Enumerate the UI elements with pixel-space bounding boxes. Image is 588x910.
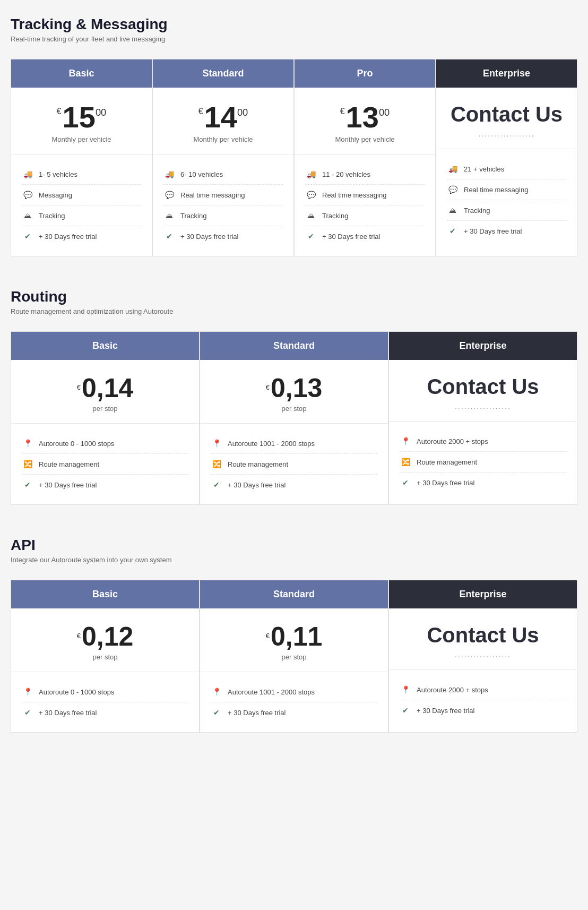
routing-standard-features: 📍 Autoroute 1001 - 2000 stops 🔀 Route ma… (200, 424, 388, 504)
api-enterprise-feature-stops: 📍 Autoroute 2000 + stops (400, 680, 566, 700)
routing-basic-features: 📍 Autoroute 0 - 1000 stops 🔀 Route manag… (11, 424, 199, 504)
tracking-basic-vehicles-text: 1- 5 vehicles (39, 170, 77, 178)
route-icon: 🔀 (211, 458, 222, 470)
tracking-subtitle: Real-time tracking of your fleet and liv… (11, 35, 577, 43)
tracking-standard-features: 🚚 6- 10 vehicles 💬 Real time messaging ⛰… (153, 154, 293, 256)
api-enterprise-price-area: Contact Us .................. (389, 608, 577, 670)
tracking-basic-card: Basic € 15 00 Monthly per vehicle 🚚 1- 5… (11, 59, 152, 256)
routing-enterprise-route-text: Route management (417, 458, 477, 466)
tracking-pro-price-decimal: 00 (379, 107, 390, 123)
api-standard-price-main: 0,11 (271, 623, 322, 650)
routing-plans-grid: Basic € 0,14 per stop 📍 Autoroute 0 - 10… (11, 331, 577, 505)
tracking-enterprise-tracking-text: Tracking (464, 207, 490, 214)
api-enterprise-card: Enterprise Contact Us ..................… (388, 580, 577, 733)
api-basic-stops-text: Autoroute 0 - 1000 stops (39, 688, 114, 696)
tracking-basic-header: Basic (11, 59, 152, 88)
api-enterprise-contact-dots: .................. (400, 650, 566, 659)
tracking-pro-feature-tracking: ⛰ Tracking (305, 205, 425, 226)
routing-enterprise-features: 📍 Autoroute 2000 + stops 🔀 Route managem… (389, 422, 577, 504)
routing-basic-feature-trial: ✔ + 30 Days free trial (22, 475, 188, 495)
api-standard-card: Standard € 0,11 per stop 📍 Autoroute 100… (200, 580, 388, 733)
tracking-pro-price-area: € 13 00 Monthly per vehicle (295, 88, 435, 154)
tracking-enterprise-features: 🚚 21 + vehicles 💬 Real time messaging ⛰ … (436, 149, 577, 256)
tracking-standard-messaging-text: Real time messaging (180, 191, 245, 199)
tracking-section: Tracking & Messaging Real-time tracking … (11, 16, 577, 256)
api-standard-feature-stops: 📍 Autoroute 1001 - 2000 stops (211, 682, 377, 702)
routing-basic-header: Basic (11, 332, 199, 360)
tracking-standard-tracking-text: Tracking (180, 212, 206, 220)
routing-enterprise-feature-stops: 📍 Autoroute 2000 + stops (400, 431, 566, 452)
tracking-basic-price-big: € 15 00 (22, 102, 141, 132)
routing-basic-price-label: per stop (22, 405, 188, 413)
tracking-pro-vehicles-text: 11 - 20 vehicles (322, 170, 370, 178)
mountain-icon: ⛰ (447, 204, 459, 216)
api-basic-price-big: € 0,12 (22, 623, 188, 650)
tracking-standard-vehicles-text: 6- 10 vehicles (180, 170, 223, 178)
routing-basic-price-big: € 0,14 (22, 375, 188, 401)
routing-standard-feature-route: 🔀 Route management (211, 454, 377, 475)
tracking-pro-trial-text: + 30 Days free trial (322, 233, 380, 241)
tracking-pro-feature-vehicles: 🚚 11 - 20 vehicles (305, 164, 425, 185)
mountain-icon: ⛰ (22, 210, 33, 221)
tracking-enterprise-messaging-text: Real time messaging (464, 186, 528, 194)
tracking-pro-name: Pro (357, 68, 373, 79)
api-standard-currency: € (266, 632, 270, 640)
mountain-icon: ⛰ (305, 210, 317, 221)
routing-standard-trial-text: + 30 Days free trial (228, 481, 286, 489)
tracking-standard-name: Standard (202, 68, 244, 79)
check-icon: ✔ (22, 479, 33, 491)
routing-standard-feature-trial: ✔ + 30 Days free trial (211, 475, 377, 495)
tracking-pro-feature-messaging: 💬 Real time messaging (305, 185, 425, 205)
tracking-enterprise-trial-text: + 30 Days free trial (464, 227, 522, 235)
tracking-standard-card: Standard € 14 00 Monthly per vehicle 🚚 6… (152, 59, 294, 256)
api-plans-grid: Basic € 0,12 per stop 📍 Autoroute 0 - 10… (11, 580, 577, 733)
routing-section: Routing Route management and optimizatio… (11, 288, 577, 505)
tracking-basic-feature-tracking: ⛰ Tracking (22, 205, 141, 226)
route-icon: 🔀 (22, 458, 33, 470)
tracking-pro-feature-trial: ✔ + 30 Days free trial (305, 226, 425, 246)
truck-icon: 🚚 (305, 168, 317, 180)
tracking-enterprise-header: Enterprise (436, 59, 577, 88)
routing-basic-trial-text: + 30 Days free trial (39, 481, 97, 489)
tracking-pro-currency: € (340, 107, 345, 116)
page-wrapper: Tracking & Messaging Real-time tracking … (0, 0, 588, 786)
pin-icon: 📍 (211, 437, 222, 449)
tracking-enterprise-feature-trial: ✔ + 30 Days free trial (447, 221, 566, 241)
routing-standard-stops-text: Autoroute 1001 - 2000 stops (228, 440, 315, 448)
tracking-pro-tracking-text: Tracking (322, 212, 348, 220)
check-icon: ✔ (22, 707, 33, 718)
tracking-basic-features: 🚚 1- 5 vehicles 💬 Messaging ⛰ Tracking ✔… (11, 154, 152, 256)
tracking-basic-price-area: € 15 00 Monthly per vehicle (11, 88, 152, 154)
tracking-standard-trial-text: + 30 Days free trial (180, 233, 238, 241)
api-standard-trial-text: + 30 Days free trial (228, 709, 286, 717)
api-enterprise-header: Enterprise (389, 580, 577, 608)
check-icon: ✔ (400, 705, 411, 716)
tracking-enterprise-card: Enterprise Contact Us ..................… (436, 59, 577, 256)
tracking-basic-feature-messaging: 💬 Messaging (22, 185, 141, 205)
routing-standard-price-area: € 0,13 per stop (200, 360, 388, 424)
api-basic-price-label: per stop (22, 653, 188, 661)
api-enterprise-trial-text: + 30 Days free trial (417, 707, 474, 715)
routing-basic-currency: € (77, 383, 81, 391)
routing-enterprise-header: Enterprise (389, 332, 577, 360)
tracking-basic-name: Basic (68, 68, 94, 79)
tracking-standard-feature-vehicles: 🚚 6- 10 vehicles (163, 164, 283, 185)
check-icon: ✔ (400, 477, 411, 488)
api-basic-name: Basic (92, 589, 118, 599)
routing-enterprise-feature-route: 🔀 Route management (400, 452, 566, 473)
routing-basic-price-main: 0,14 (82, 375, 133, 401)
chat-icon: 💬 (305, 189, 317, 201)
api-enterprise-feature-trial: ✔ + 30 Days free trial (400, 700, 566, 720)
api-basic-price-main: 0,12 (82, 623, 133, 650)
tracking-basic-messaging-text: Messaging (39, 191, 72, 199)
tracking-standard-feature-trial: ✔ + 30 Days free trial (163, 226, 283, 246)
routing-basic-price-area: € 0,14 per stop (11, 360, 199, 424)
pin-icon: 📍 (22, 437, 33, 449)
api-standard-stops-text: Autoroute 1001 - 2000 stops (228, 688, 315, 696)
routing-standard-name: Standard (273, 340, 315, 351)
routing-standard-feature-stops: 📍 Autoroute 1001 - 2000 stops (211, 433, 377, 454)
chat-icon: 💬 (447, 184, 459, 195)
check-icon: ✔ (447, 225, 459, 237)
routing-standard-card: Standard € 0,13 per stop 📍 Autoroute 100… (200, 331, 388, 505)
tracking-standard-currency: € (198, 107, 203, 116)
